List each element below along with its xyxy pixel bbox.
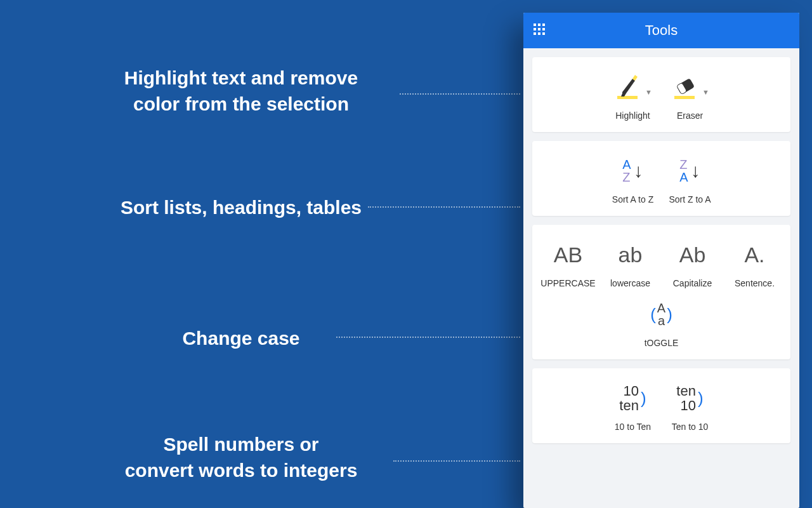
glyph-letter: a — [658, 314, 665, 327]
eraser-icon — [671, 73, 698, 101]
connector-line — [368, 206, 520, 208]
panel-title: Tools — [559, 22, 764, 39]
number-to-word-icon: 10 ten ) — [619, 384, 646, 413]
sort-za-button[interactable]: Z A ↓ Sort Z to A — [662, 151, 719, 207]
tool-label: UPPERCASE — [540, 278, 595, 288]
uppercase-button[interactable]: AB UPPERCASE — [537, 235, 599, 291]
desc-line: Spell numbers or — [163, 434, 318, 455]
glyph-line: ten — [676, 384, 696, 398]
highlighter-icon — [613, 73, 641, 101]
lowercase-button[interactable]: ab lowercase — [599, 235, 662, 291]
desc-line: Change case — [182, 328, 299, 349]
sort-za-icon: Z A ↓ — [679, 158, 700, 184]
glyph-letter: Z — [622, 171, 631, 184]
svg-rect-4 — [674, 96, 695, 99]
card-numbers: 10 ten ) 10 to Ten ten 10 — [532, 368, 790, 443]
chevron-down-icon: ▼ — [702, 88, 709, 96]
desc-line: convert words to integers — [125, 460, 358, 481]
desc-numbers: Spell numbers or convert words to intege… — [63, 432, 419, 483]
uppercase-icon: AB — [554, 244, 582, 265]
tool-label: tOGGLE — [645, 338, 679, 348]
sort-az-icon: A Z ↓ — [622, 158, 643, 184]
tool-label: 10 to Ten — [615, 422, 651, 432]
connector-line — [393, 460, 520, 462]
tool-label: lowercase — [610, 278, 650, 288]
glyph-letter: Z — [679, 158, 688, 171]
connector-line — [400, 93, 520, 95]
glyph-line: ten — [619, 398, 639, 413]
number-to-word-button[interactable]: 10 ten ) 10 to Ten — [605, 378, 662, 434]
feature-descriptions: Highlight text and remove color from the… — [0, 0, 520, 508]
sort-az-button[interactable]: A Z ↓ Sort A to Z — [605, 151, 662, 207]
paren-left-icon: ( — [650, 305, 656, 324]
desc-line: color from the selection — [133, 93, 349, 114]
card-sort: A Z ↓ Sort A to Z Z A — [532, 141, 790, 216]
desc-sort: Sort lists, headings, tables — [63, 195, 419, 221]
svg-marker-1 — [622, 79, 635, 93]
word-to-number-icon: ten 10 ) — [676, 384, 703, 413]
glyph-line: 10 — [619, 384, 639, 398]
capitalize-icon: Ab — [679, 244, 706, 265]
glyph-letter: A — [679, 171, 688, 184]
desc-case: Change case — [63, 326, 419, 352]
glyph-line: 10 — [676, 398, 696, 413]
highlight-button[interactable]: ▼ Highlight — [605, 67, 662, 123]
tool-label: Ten to 10 — [672, 422, 709, 432]
toggle-case-icon: ( A a ) — [650, 302, 672, 327]
panel-body: ▼ Highlight — [523, 48, 799, 452]
paren-right-icon: ) — [698, 389, 704, 408]
eraser-button[interactable]: ▼ Eraser — [662, 67, 719, 123]
paren-right-icon: ) — [641, 389, 646, 408]
tool-label: Highlight — [615, 110, 650, 121]
card-highlight-eraser: ▼ Highlight — [532, 57, 790, 132]
desc-highlight: Highlight text and remove color from the… — [63, 65, 419, 117]
glyph-letter: A — [657, 302, 665, 314]
glyph-letter: A — [622, 158, 631, 171]
sentence-case-button[interactable]: A. Sentence. — [724, 235, 786, 291]
word-to-number-button[interactable]: ten 10 ) Ten to 10 — [662, 378, 719, 434]
tool-label: Sort A to Z — [612, 194, 653, 204]
tool-label: Sort Z to A — [669, 194, 710, 204]
arrow-down-icon: ↓ — [634, 161, 643, 180]
sentence-icon: A. — [744, 244, 764, 265]
tool-label: Eraser — [677, 110, 703, 121]
tools-panel: Tools — [523, 13, 799, 508]
card-case: AB UPPERCASE ab lowercase Ab Capitalize … — [532, 225, 790, 359]
tool-label: Capitalize — [673, 278, 712, 288]
toggle-case-button[interactable]: ( A a ) tOGGLE — [633, 295, 690, 351]
lowercase-icon: ab — [619, 244, 643, 265]
paren-right-icon: ) — [667, 305, 672, 324]
arrow-down-icon: ↓ — [691, 161, 700, 180]
desc-line: Highlight text and remove — [124, 67, 358, 88]
capitalize-button[interactable]: Ab Capitalize — [662, 235, 724, 291]
svg-rect-0 — [617, 96, 638, 99]
apps-grid-icon[interactable] — [534, 23, 547, 37]
panel-header: Tools — [523, 13, 799, 48]
chevron-down-icon: ▼ — [645, 88, 652, 96]
tool-label: Sentence. — [735, 278, 775, 288]
connector-line — [336, 337, 520, 338]
desc-line: Sort lists, headings, tables — [121, 197, 362, 218]
